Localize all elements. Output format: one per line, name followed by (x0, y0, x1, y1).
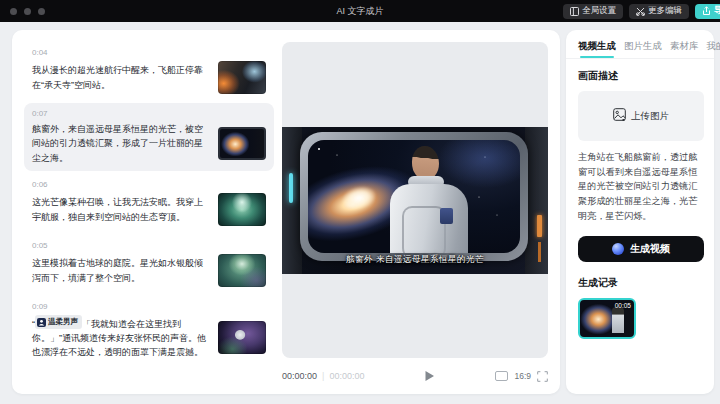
topbar-actions: 全局设置 更多编辑 导出 (563, 4, 720, 19)
video-preview[interactable]: 舷窗外 来自遥远母星系恒星的光芒 (282, 127, 548, 274)
scene-description-title: 画面描述 (578, 69, 704, 83)
segment-text[interactable]: 这里模拟着古地球的庭院。星光如水银般倾泻而下，填满了整个空间。 (32, 256, 209, 285)
segment-text[interactable]: 我从漫长的超光速航行中醒来，飞船正停靠在“承天寺”空间站。 (32, 63, 209, 92)
astronaut-head (412, 146, 439, 180)
video-player: 舷窗外 来自遥远母星系恒星的光芒 (282, 42, 548, 358)
editor-card: 0:04 我从漫长的超光速航行中醒来，飞船正停靠在“承天寺”空间站。 0:07 … (12, 30, 560, 394)
more-edit-button[interactable]: 更多编辑 (629, 4, 689, 19)
minimize-window-icon[interactable] (24, 8, 31, 15)
segment-row[interactable]: 0:06 这光芒像某种召唤，让我无法安眠。我穿上宇航服，独自来到空间站的生态穹顶… (24, 174, 274, 232)
station-window-frame (300, 132, 528, 261)
maximize-window-icon[interactable] (38, 8, 45, 15)
station-light-orange (537, 215, 542, 237)
sphere-icon (612, 243, 624, 255)
global-settings-label: 全局设置 (582, 5, 616, 17)
current-time: 00:00:00 (282, 371, 317, 381)
aspect-ratio-label[interactable]: 16:9 (514, 371, 531, 381)
segment-thumbnail[interactable] (218, 61, 266, 94)
voice-tag-label: 温柔男声 (48, 316, 78, 328)
layout-settings-icon (570, 7, 579, 16)
generate-video-label: 生成视频 (630, 242, 670, 256)
image-upload-icon (613, 107, 626, 125)
upload-image-button[interactable]: 上传图片 (578, 91, 704, 141)
segment-row[interactable]: 0:09 “温柔男声「我就知道会在这里找到你。」”通讯频道传来好友张怀民的声音。… (24, 296, 274, 366)
segment-row[interactable]: 0:04 我从漫长的超光速航行中醒来，飞船正停靠在“承天寺”空间站。 (24, 42, 274, 100)
segment-thumbnail[interactable] (218, 321, 266, 354)
more-edit-label: 更多编辑 (648, 5, 682, 17)
player-options: 16:9 (495, 371, 548, 382)
station-wall-right (525, 127, 548, 274)
station-light-cyan (289, 173, 293, 203)
app-window: AI 文字成片 全局设置 更多编辑 导出 0:04 我从漫长的超光速航行中醒来，… (0, 0, 720, 404)
generation-record-thumbnail[interactable]: 00:05 (578, 298, 636, 339)
generation-records-title: 生成记录 (578, 276, 704, 290)
segment-text[interactable]: 这光芒像某种召唤，让我无法安眠。我穿上宇航服，独自来到空间站的生态穹顶。 (32, 195, 209, 224)
right-tabs: 视频生成图片生成素材库我的» (578, 40, 704, 58)
generation-panel: 视频生成图片生成素材库我的» 画面描述 上传图片 主角站在飞船舷窗前，透过舷窗可… (566, 30, 714, 394)
play-button[interactable] (423, 369, 437, 383)
tab-3[interactable]: 我的 (707, 40, 720, 58)
tab-0[interactable]: 视频生成 (578, 40, 616, 58)
astronaut-badge (440, 208, 453, 224)
window-controls[interactable] (10, 8, 45, 15)
astronaut-figure (388, 146, 468, 253)
segment-text[interactable]: “温柔男声「我就知道会在这里找到你。」”通讯频道传来好友张怀民的声音。他也漂浮在… (32, 315, 209, 360)
record-astronaut-figure (612, 307, 624, 333)
segment-time: 0:07 (32, 109, 266, 118)
upload-image-label: 上传图片 (631, 110, 669, 123)
aspect-ratio-icon[interactable] (495, 371, 508, 381)
export-label: 导出 (714, 5, 720, 17)
segment-thumbnail[interactable] (218, 127, 266, 160)
record-duration-badge: 00:05 (615, 302, 631, 309)
voice-tag[interactable]: 温柔男声 (35, 315, 82, 329)
segment-thumbnail[interactable] (218, 254, 266, 287)
share-export-icon (702, 6, 711, 16)
generate-video-button[interactable]: 生成视频 (578, 236, 704, 262)
station-window-glass (308, 140, 520, 253)
segment-time: 0:09 (32, 302, 266, 311)
tab-1[interactable]: 图片生成 (624, 40, 662, 58)
scene-description-text[interactable]: 主角站在飞船舷窗前，透过舷窗可以看到来自遥远母星系恒星的光芒被空间站引力透镜汇聚… (578, 150, 704, 224)
segment-text[interactable]: 舷窗外，来自遥远母星系恒星的光芒，被空间站的引力透镜汇聚，形成了一片壮丽的星尘之… (32, 122, 209, 165)
time-display: 00:00:00 | 00:00:00 (282, 371, 364, 381)
tabs-divider (566, 58, 714, 59)
segment-time: 0:04 (32, 48, 266, 57)
segment-time: 0:05 (32, 241, 266, 250)
tab-2[interactable]: 素材库 (670, 40, 699, 58)
total-time: 00:00:00 (329, 371, 364, 381)
scissors-icon (636, 7, 645, 16)
transport-controls: 00:00:00 | 00:00:00 16:9 (282, 366, 548, 386)
segment-row[interactable]: 0:07 舷窗外，来自遥远母星系恒星的光芒，被空间站的引力透镜汇聚，形成了一片壮… (24, 103, 274, 171)
video-subtitle: 舷窗外 来自遥远母星系恒星的光芒 (282, 254, 548, 266)
voice-person-icon (37, 318, 46, 327)
segment-thumbnail[interactable] (218, 193, 266, 226)
segment-time: 0:06 (32, 180, 266, 189)
topbar: AI 文字成片 全局设置 更多编辑 导出 (0, 0, 720, 22)
close-window-icon[interactable] (10, 8, 17, 15)
fullscreen-icon[interactable] (537, 371, 548, 382)
segment-list: 0:04 我从漫长的超光速航行中醒来，飞船正停靠在“承天寺”空间站。 0:07 … (12, 30, 282, 394)
global-settings-button[interactable]: 全局设置 (563, 4, 623, 19)
export-button[interactable]: 导出 (695, 4, 720, 19)
segment-row[interactable]: 0:05 这里模拟着古地球的庭院。星光如水银般倾泻而下，填满了整个空间。 (24, 235, 274, 293)
time-separator: | (322, 371, 324, 381)
